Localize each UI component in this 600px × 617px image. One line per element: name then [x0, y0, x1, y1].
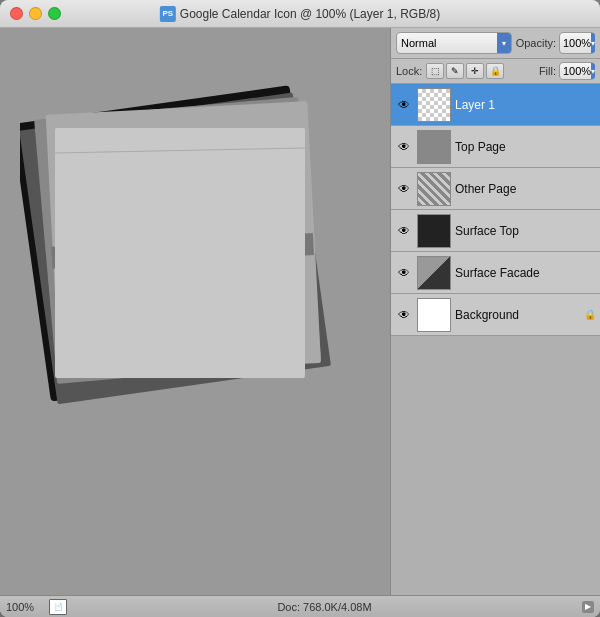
- fill-group: Fill: 100% ▾: [539, 62, 595, 80]
- fill-input[interactable]: 100% ▾: [559, 62, 595, 80]
- lock-pixels-btn[interactable]: ✎: [446, 63, 464, 79]
- title-bar: PS Google Calendar Icon @ 100% (Layer 1,…: [0, 0, 600, 28]
- opacity-label: Opacity:: [516, 37, 556, 49]
- lock-position-btn[interactable]: ✛: [466, 63, 484, 79]
- opacity-group: Opacity: 100% ▾: [516, 32, 595, 54]
- canvas-area[interactable]: [0, 28, 390, 595]
- layer-visibility-toggle[interactable]: 👁: [395, 96, 413, 114]
- layer-visibility-toggle[interactable]: 👁: [395, 264, 413, 282]
- layers-panel: Normal ▾ Opacity: 100% ▾ Lock: ⬚ ✎ ✛: [390, 28, 600, 595]
- layers-list: 👁Layer 1👁Top Page👁Other Page👁Surface Top…: [391, 84, 600, 595]
- layer-name: Surface Facade: [455, 266, 596, 280]
- layer-row[interactable]: 👁Layer 1: [391, 84, 600, 126]
- layer-row[interactable]: 👁Background🔒: [391, 294, 600, 336]
- lock-transparent-btn[interactable]: ⬚: [426, 63, 444, 79]
- maximize-button[interactable]: [48, 7, 61, 20]
- blend-mode-arrow: ▾: [497, 33, 511, 53]
- layer-visibility-toggle[interactable]: 👁: [395, 138, 413, 156]
- lock-label: Lock:: [396, 65, 422, 77]
- minimize-button[interactable]: [29, 7, 42, 20]
- layer-visibility-toggle[interactable]: 👁: [395, 222, 413, 240]
- layer-thumbnail: [417, 298, 451, 332]
- zoom-level: 100%: [6, 601, 41, 613]
- layer-lock-icon: 🔒: [584, 309, 596, 320]
- layer-thumbnail: [417, 130, 451, 164]
- blend-opacity-controls: Normal ▾ Opacity: 100% ▾: [391, 28, 600, 59]
- lock-all-btn[interactable]: 🔒: [486, 63, 504, 79]
- layer-row[interactable]: 👁Top Page: [391, 126, 600, 168]
- layer-row[interactable]: 👁Surface Top: [391, 210, 600, 252]
- blend-mode-value: Normal: [401, 37, 436, 49]
- layer-name: Other Page: [455, 182, 596, 196]
- layer-name: Surface Top: [455, 224, 596, 238]
- layer-row[interactable]: 👁Other Page: [391, 168, 600, 210]
- window-title: Google Calendar Icon @ 100% (Layer 1, RG…: [180, 7, 440, 21]
- layer-thumbnail: [417, 256, 451, 290]
- opacity-input[interactable]: 100% ▾: [559, 32, 595, 54]
- lock-fill-controls: Lock: ⬚ ✎ ✛ 🔒 Fill: 100% ▾: [391, 59, 600, 84]
- doc-info: Doc: 768.0K/4.08M: [75, 601, 574, 613]
- doc-icon: 📄: [49, 599, 67, 615]
- layer-thumbnail: [417, 88, 451, 122]
- fill-label: Fill:: [539, 65, 556, 77]
- layer-row[interactable]: 👁Surface Facade: [391, 252, 600, 294]
- layer-name: Background: [455, 308, 580, 322]
- traffic-lights: [10, 7, 61, 20]
- lock-icons: ⬚ ✎ ✛ 🔒: [426, 63, 535, 79]
- bottom-bar: 100% 📄 Doc: 768.0K/4.08M ▶: [0, 595, 600, 617]
- layer-name: Top Page: [455, 140, 596, 154]
- layer-name: Layer 1: [455, 98, 596, 112]
- svg-rect-5: [55, 128, 305, 378]
- canvas-inner: [0, 28, 390, 595]
- opacity-stepper[interactable]: ▾: [591, 33, 595, 53]
- title-bar-text: PS Google Calendar Icon @ 100% (Layer 1,…: [160, 6, 440, 22]
- blend-mode-select[interactable]: Normal ▾: [396, 32, 512, 54]
- layer-visibility-toggle[interactable]: 👁: [395, 180, 413, 198]
- layer-thumbnail: [417, 172, 451, 206]
- layer-thumbnail: [417, 214, 451, 248]
- close-button[interactable]: [10, 7, 23, 20]
- photoshop-window: PS Google Calendar Icon @ 100% (Layer 1,…: [0, 0, 600, 617]
- app-icon: PS: [160, 6, 176, 22]
- scroll-right-btn[interactable]: ▶: [582, 601, 594, 613]
- main-content: Normal ▾ Opacity: 100% ▾ Lock: ⬚ ✎ ✛: [0, 28, 600, 595]
- layer-visibility-toggle[interactable]: 👁: [395, 306, 413, 324]
- canvas-graphic: [20, 43, 360, 513]
- fill-stepper[interactable]: ▾: [591, 63, 595, 79]
